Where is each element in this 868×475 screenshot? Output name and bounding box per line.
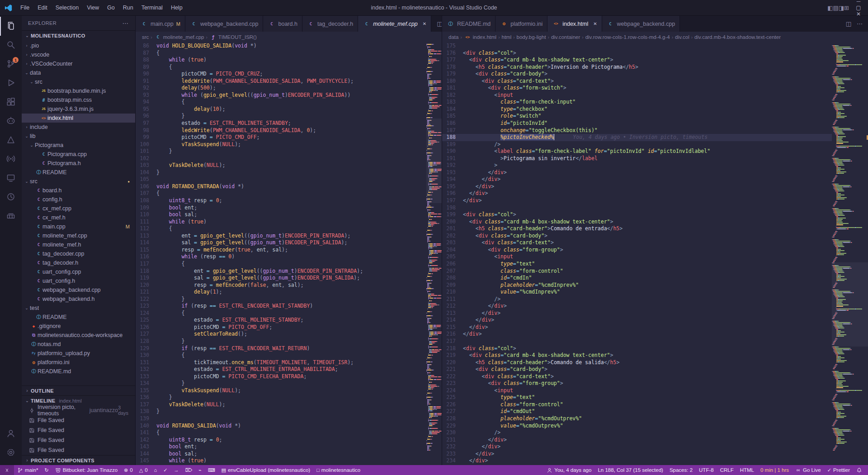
tree-item-molinete_mef.cpp[interactable]: Cmolinete_mef.cpp (22, 231, 135, 240)
code-line[interactable]: 223 <div class="form-group"> (442, 380, 832, 387)
code-line[interactable]: 137 vTaskDelete(NULL); (136, 401, 426, 408)
breadcrumb-TIMEOUT_ISR()[interactable]: ƒTIMEOUT_ISR() (209, 34, 257, 40)
code-line[interactable]: 233 </div> (442, 451, 832, 458)
code-line[interactable]: 226 class="form-control" (442, 401, 832, 408)
code-line[interactable]: 144 bool sal; (136, 451, 426, 458)
code-line[interactable]: 99 pictoCMD = PICTO_CMD_OFF; (136, 134, 426, 141)
status-pio-terminal[interactable]: ⌨ (205, 465, 218, 475)
status-go-live[interactable]: Go Live (792, 465, 824, 475)
code-line[interactable]: 141{ (136, 429, 426, 437)
explorer-more-actions-icon[interactable]: ⋯ (123, 19, 129, 27)
code-line[interactable]: 100 vTaskSuspend(NULL); (136, 141, 426, 148)
tree-item-Pictograma.h[interactable]: CPictograma.h (22, 159, 135, 168)
status-pio-env[interactable]: ▤envCableUpload (molinetesnautico) (218, 465, 314, 475)
code-line[interactable]: 101 } (136, 148, 426, 155)
code-line[interactable]: 212 </div> (442, 303, 832, 310)
code-line[interactable]: 222 <div class="card-text"> (442, 373, 832, 380)
code-line[interactable]: 109 bool ent; (136, 204, 426, 212)
tab-molinete_mef.cpp[interactable]: Cmolinete_mef.cpp✕ (358, 16, 431, 32)
tree-item-cx_mef.h[interactable]: Ccx_mef.h (22, 213, 135, 222)
tab-close-icon[interactable]: ✕ (593, 21, 597, 26)
breadcrumb-index.html[interactable]: <>index.html (464, 34, 496, 40)
split-editor-icon[interactable]: ◫ (846, 20, 851, 27)
code-line[interactable]: 198 (442, 204, 832, 212)
status-pio-monitor[interactable]: ⌁ (195, 465, 205, 475)
code-line[interactable]: 201 <h5 class="card-header">Comando de e… (442, 225, 832, 233)
code-line[interactable]: 115 resp = mefEncoder(true, ent, sal); (136, 247, 426, 254)
toggle-sidebar-icon[interactable]: ◧ (827, 5, 833, 11)
breadcrumb-data[interactable]: data (448, 34, 458, 40)
code-line[interactable]: 129 if (resp == EST_CTRL_ENCODER_WAIT_RE… (136, 345, 426, 352)
code-line[interactable]: 213 </div> (442, 310, 832, 317)
code-line[interactable]: 143 bool ent; (136, 443, 426, 451)
tree-item-uart_config.h[interactable]: Cuart_config.h (22, 276, 135, 285)
activity-container-tools[interactable] (0, 207, 22, 226)
code-line[interactable]: 102 (136, 155, 426, 162)
tree-item-jquery-3.6.3.min.js[interactable]: JSjquery-3.6.3.min.js (22, 104, 135, 114)
tree-item-.pio[interactable]: ›.pio (22, 41, 135, 50)
timeline-item[interactable]: File Saved (22, 415, 135, 425)
code-line[interactable]: 204 <div class="form-group"> (442, 247, 832, 254)
breadcrumb-html[interactable]: html (502, 34, 512, 40)
code-line[interactable]: 202 <div class="card-body"> (442, 233, 832, 240)
activity-platformio[interactable] (0, 112, 22, 131)
close-button[interactable]: ✕ (849, 11, 868, 17)
status-cursor-position[interactable]: Ln 188, Col 37 (15 selected) (594, 465, 666, 475)
code-line[interactable]: 110 bool sal; (136, 211, 426, 218)
minimap-right[interactable] (832, 43, 868, 465)
tree-item-board.h[interactable]: Cboard.h (22, 186, 135, 195)
code-line[interactable]: 121 delay(1); (136, 289, 426, 296)
code-line[interactable]: 135 vTaskSuspend(NULL); (136, 387, 426, 394)
code-line[interactable]: 179 <div class="card-body"> (442, 71, 832, 78)
code-line[interactable]: 88 while (true) (136, 57, 426, 64)
tree-item-README[interactable]: ⓘREADME (22, 168, 135, 177)
status-pio-clean[interactable]: ⌦ (182, 465, 195, 475)
code-line[interactable]: 97 estado = EST_CTRL_MOLINETE_STANDBY; (136, 120, 426, 127)
code-line[interactable]: 89 { (136, 64, 426, 71)
menu-edit[interactable]: Edit (33, 0, 52, 15)
activity-source-control[interactable]: 1 (0, 55, 22, 74)
code-line[interactable]: 116 while (resp == 0) (136, 253, 426, 261)
timeline-item[interactable]: File Saved (22, 445, 135, 455)
code-line[interactable]: 210 value="%cmdInprev%" (442, 289, 832, 296)
code-line[interactable]: 128 } (136, 338, 426, 345)
code-line[interactable]: 94 { (136, 99, 426, 106)
activity-accounts[interactable] (0, 424, 22, 443)
toggle-panel-icon[interactable]: ▤ (833, 5, 839, 11)
tree-item-uart_config.cpp[interactable]: Cuart_config.cpp (22, 267, 135, 276)
code-line[interactable]: 118 ent = gpio_get_level((gpio_num_t)ENC… (136, 268, 426, 275)
tree-item-molinete_mef.h[interactable]: Cmolinete_mef.h (22, 240, 135, 249)
tree-item-bootstrap.min.css[interactable]: #bootstrap.min.css (22, 95, 135, 104)
breadcrumb-molinete_mef.cpp[interactable]: Cmolinete_mef.cpp (154, 34, 204, 40)
code-line[interactable]: 120 resp = mefEncoder(false, ent, sal); (136, 282, 426, 289)
code-line[interactable]: 133 pictoCMD = PICTO_CMD_FLECHA_ENTRADA; (136, 373, 426, 380)
toggle-secondary-sidebar-icon[interactable]: ◨ (839, 5, 844, 11)
code-line[interactable]: 105 (136, 176, 426, 183)
code-line[interactable]: 145 while (true) (136, 457, 426, 465)
code-line[interactable]: 178 <h5 class="card-header">Inversion de… (442, 64, 832, 71)
status-warnings[interactable]: △0 (136, 465, 151, 475)
code-line[interactable]: 196 </div> (442, 190, 832, 197)
code-line[interactable]: 227 id="cmdOut" (442, 408, 832, 415)
menu-selection[interactable]: Selection (52, 0, 83, 15)
code-line[interactable]: 125 estado = EST_CTRL_MOLINETE_STANDBY; (136, 317, 426, 324)
code-line[interactable]: 186 id="pictoInvId" (442, 120, 832, 127)
code-line[interactable]: 96 } (136, 113, 426, 120)
activity-live-share[interactable] (0, 150, 22, 169)
code-line[interactable]: 234 </div> (442, 457, 832, 465)
status-gitlens-blame[interactable]: You, 4 days ago (543, 465, 594, 475)
status-encoding[interactable]: UTF-8 (696, 465, 717, 475)
breadcrumb-src[interactable]: src (142, 34, 149, 40)
code-line[interactable]: 203 <div class="card-text"> (442, 239, 832, 247)
code-line[interactable]: 219 <div class="card mb-4 box-shadow tex… (442, 352, 832, 359)
code-line[interactable]: 91 ledcWrite(PWM_CHANNEL_SOLENOIDE_SALID… (136, 78, 426, 85)
menu-file[interactable]: File (16, 0, 33, 15)
code-line[interactable]: 140void ROTANDO_SALIDA(void *) (136, 423, 426, 430)
code-line[interactable]: 230 /> (442, 429, 832, 437)
tree-item-tag_decoder.cpp[interactable]: Ctag_decoder.cpp (22, 249, 135, 258)
tree-item-test[interactable]: ⌄test (22, 304, 135, 313)
tab-webpage_backend.cpp[interactable]: Cwebpage_backend.cpp (185, 16, 264, 32)
code-line[interactable]: 177 <div class="card mb-4 box-shadow tex… (442, 57, 832, 64)
status-notifications[interactable] (853, 465, 865, 475)
code-line[interactable]: 208 id="cmdIn" (442, 275, 832, 282)
